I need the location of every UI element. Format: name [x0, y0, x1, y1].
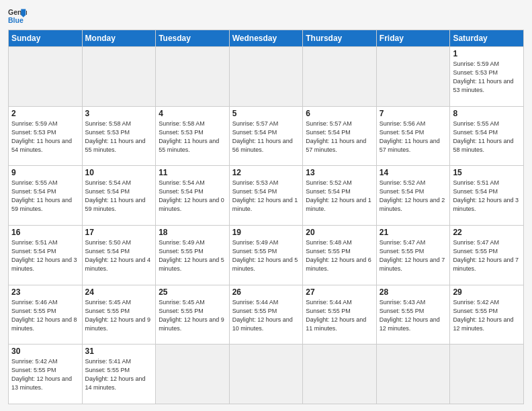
weekday-header-friday: Friday — [376, 30, 450, 47]
day-info: Sunrise: 5:42 AM Sunset: 5:55 PM Dayligh… — [453, 298, 521, 333]
calendar-cell: 30Sunrise: 5:42 AM Sunset: 5:55 PM Dayli… — [9, 345, 83, 404]
day-number: 6 — [306, 109, 373, 118]
day-info: Sunrise: 5:54 AM Sunset: 5:54 PM Dayligh… — [159, 179, 226, 214]
day-number: 22 — [453, 228, 521, 237]
day-number: 26 — [232, 287, 300, 297]
calendar-body: 1Sunrise: 5:59 AM Sunset: 5:53 PM Daylig… — [9, 47, 524, 404]
day-number: 27 — [306, 287, 373, 297]
day-info: Sunrise: 5:53 AM Sunset: 5:54 PM Dayligh… — [232, 179, 300, 214]
day-info: Sunrise: 5:55 AM Sunset: 5:54 PM Dayligh… — [453, 120, 521, 154]
calendar-cell: 6Sunrise: 5:57 AM Sunset: 5:54 PM Daylig… — [303, 106, 377, 166]
day-info: Sunrise: 5:50 AM Sunset: 5:54 PM Dayligh… — [85, 238, 153, 273]
day-number: 8 — [453, 109, 521, 118]
day-info: Sunrise: 5:56 AM Sunset: 5:54 PM Dayligh… — [380, 120, 447, 154]
week-row-4: 23Sunrise: 5:46 AM Sunset: 5:55 PM Dayli… — [9, 285, 524, 345]
header: General Blue — [8, 7, 524, 26]
day-info: Sunrise: 5:52 AM Sunset: 5:54 PM Dayligh… — [306, 179, 373, 214]
day-number: 19 — [232, 228, 300, 237]
day-number: 2 — [11, 109, 79, 118]
calendar-table: SundayMondayTuesdayWednesdayThursdayFrid… — [8, 30, 524, 404]
calendar-cell: 26Sunrise: 5:44 AM Sunset: 5:55 PM Dayli… — [229, 285, 303, 345]
day-number: 3 — [85, 109, 153, 118]
calendar-cell: 29Sunrise: 5:42 AM Sunset: 5:55 PM Dayli… — [450, 285, 524, 345]
day-number: 14 — [380, 168, 447, 177]
day-info: Sunrise: 5:54 AM Sunset: 5:54 PM Dayligh… — [85, 179, 153, 214]
calendar-cell — [229, 47, 303, 107]
day-info: Sunrise: 5:59 AM Sunset: 5:53 PM Dayligh… — [11, 120, 79, 154]
day-info: Sunrise: 5:57 AM Sunset: 5:54 PM Dayligh… — [232, 120, 300, 154]
calendar-cell: 21Sunrise: 5:47 AM Sunset: 5:55 PM Dayli… — [376, 225, 450, 285]
day-info: Sunrise: 5:58 AM Sunset: 5:53 PM Dayligh… — [159, 120, 226, 154]
calendar-cell: 20Sunrise: 5:48 AM Sunset: 5:55 PM Dayli… — [303, 225, 377, 285]
calendar-cell — [156, 47, 230, 107]
calendar-page: General Blue SundayMondayTuesdayWednesda… — [0, 0, 532, 411]
calendar-cell: 11Sunrise: 5:54 AM Sunset: 5:54 PM Dayli… — [156, 166, 230, 226]
day-info: Sunrise: 5:42 AM Sunset: 5:55 PM Dayligh… — [11, 357, 79, 392]
calendar-cell: 3Sunrise: 5:58 AM Sunset: 5:53 PM Daylig… — [82, 106, 156, 166]
week-row-2: 9Sunrise: 5:55 AM Sunset: 5:54 PM Daylig… — [9, 166, 524, 226]
day-info: Sunrise: 5:48 AM Sunset: 5:55 PM Dayligh… — [306, 238, 373, 273]
day-info: Sunrise: 5:57 AM Sunset: 5:54 PM Dayligh… — [306, 120, 373, 154]
day-info: Sunrise: 5:46 AM Sunset: 5:55 PM Dayligh… — [11, 298, 79, 333]
calendar-cell: 24Sunrise: 5:45 AM Sunset: 5:55 PM Dayli… — [82, 285, 156, 345]
calendar-cell — [229, 345, 303, 404]
day-number: 17 — [85, 228, 153, 237]
calendar-cell — [376, 345, 450, 404]
weekday-header-sunday: Sunday — [9, 30, 83, 47]
day-number: 20 — [306, 228, 373, 237]
week-row-0: 1Sunrise: 5:59 AM Sunset: 5:53 PM Daylig… — [9, 47, 524, 107]
day-info: Sunrise: 5:44 AM Sunset: 5:55 PM Dayligh… — [306, 298, 373, 333]
calendar-cell: 4Sunrise: 5:58 AM Sunset: 5:53 PM Daylig… — [156, 106, 230, 166]
day-number: 13 — [306, 168, 373, 177]
day-info: Sunrise: 5:51 AM Sunset: 5:54 PM Dayligh… — [453, 179, 521, 214]
calendar-cell: 15Sunrise: 5:51 AM Sunset: 5:54 PM Dayli… — [450, 166, 524, 226]
day-number: 25 — [159, 287, 226, 297]
week-row-3: 16Sunrise: 5:51 AM Sunset: 5:54 PM Dayli… — [9, 225, 524, 285]
day-number: 28 — [380, 287, 447, 297]
calendar-cell — [9, 47, 83, 107]
day-number: 30 — [11, 347, 79, 356]
weekday-header-tuesday: Tuesday — [156, 30, 230, 47]
week-row-5: 30Sunrise: 5:42 AM Sunset: 5:55 PM Dayli… — [9, 345, 524, 404]
day-number: 12 — [232, 168, 300, 177]
day-number: 11 — [159, 168, 226, 177]
weekday-header-monday: Monday — [82, 30, 156, 47]
day-info: Sunrise: 5:41 AM Sunset: 5:55 PM Dayligh… — [85, 357, 153, 392]
calendar-cell — [376, 47, 450, 107]
calendar-cell: 2Sunrise: 5:59 AM Sunset: 5:53 PM Daylig… — [9, 106, 83, 166]
weekday-header-thursday: Thursday — [303, 30, 377, 47]
day-number: 23 — [11, 287, 79, 297]
day-number: 9 — [11, 168, 79, 177]
calendar-cell: 27Sunrise: 5:44 AM Sunset: 5:55 PM Dayli… — [303, 285, 377, 345]
generalblue-logo-icon: General Blue — [8, 7, 27, 26]
calendar-cell: 18Sunrise: 5:49 AM Sunset: 5:55 PM Dayli… — [156, 225, 230, 285]
logo: General Blue — [8, 7, 27, 26]
calendar-cell: 5Sunrise: 5:57 AM Sunset: 5:54 PM Daylig… — [229, 106, 303, 166]
calendar-cell: 9Sunrise: 5:55 AM Sunset: 5:54 PM Daylig… — [9, 166, 83, 226]
calendar-cell: 22Sunrise: 5:47 AM Sunset: 5:55 PM Dayli… — [450, 225, 524, 285]
calendar-cell: 7Sunrise: 5:56 AM Sunset: 5:54 PM Daylig… — [376, 106, 450, 166]
weekday-header-row: SundayMondayTuesdayWednesdayThursdayFrid… — [9, 30, 524, 47]
calendar-cell: 31Sunrise: 5:41 AM Sunset: 5:55 PM Dayli… — [82, 345, 156, 404]
day-info: Sunrise: 5:49 AM Sunset: 5:55 PM Dayligh… — [232, 238, 300, 273]
day-number: 18 — [159, 228, 226, 237]
day-info: Sunrise: 5:47 AM Sunset: 5:55 PM Dayligh… — [380, 238, 447, 273]
calendar-cell — [82, 47, 156, 107]
day-info: Sunrise: 5:52 AM Sunset: 5:54 PM Dayligh… — [380, 179, 447, 214]
day-number: 10 — [85, 168, 153, 177]
day-number: 24 — [85, 287, 153, 297]
calendar-cell: 28Sunrise: 5:43 AM Sunset: 5:55 PM Dayli… — [376, 285, 450, 345]
calendar-cell: 16Sunrise: 5:51 AM Sunset: 5:54 PM Dayli… — [9, 225, 83, 285]
calendar-cell: 10Sunrise: 5:54 AM Sunset: 5:54 PM Dayli… — [82, 166, 156, 226]
calendar-cell: 25Sunrise: 5:45 AM Sunset: 5:55 PM Dayli… — [156, 285, 230, 345]
day-info: Sunrise: 5:47 AM Sunset: 5:55 PM Dayligh… — [453, 238, 521, 273]
day-number: 15 — [453, 168, 521, 177]
calendar-cell: 13Sunrise: 5:52 AM Sunset: 5:54 PM Dayli… — [303, 166, 377, 226]
weekday-header-saturday: Saturday — [450, 30, 524, 47]
week-row-1: 2Sunrise: 5:59 AM Sunset: 5:53 PM Daylig… — [9, 106, 524, 166]
calendar-cell: 23Sunrise: 5:46 AM Sunset: 5:55 PM Dayli… — [9, 285, 83, 345]
calendar-cell: 14Sunrise: 5:52 AM Sunset: 5:54 PM Dayli… — [376, 166, 450, 226]
calendar-cell — [303, 47, 377, 107]
calendar-cell: 8Sunrise: 5:55 AM Sunset: 5:54 PM Daylig… — [450, 106, 524, 166]
calendar-cell: 17Sunrise: 5:50 AM Sunset: 5:54 PM Dayli… — [82, 225, 156, 285]
